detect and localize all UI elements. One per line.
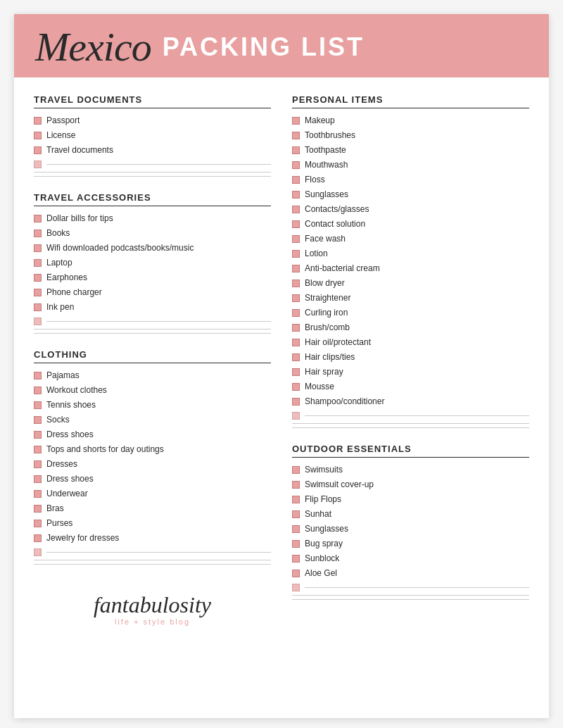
checkbox-icon[interactable] xyxy=(292,191,300,199)
checkbox-icon[interactable] xyxy=(292,309,300,317)
list-item: License xyxy=(34,129,271,142)
checkbox-icon[interactable] xyxy=(34,534,42,542)
checkbox-icon[interactable] xyxy=(34,289,42,296)
checkbox-icon[interactable] xyxy=(34,520,42,527)
checkbox-icon[interactable] xyxy=(34,387,42,394)
checkbox-icon[interactable] xyxy=(292,146,300,154)
list-item: Travel documents xyxy=(34,144,271,156)
checkbox-icon[interactable] xyxy=(292,555,300,563)
item-label: Sunhat xyxy=(305,508,331,520)
checkbox-icon[interactable] xyxy=(292,570,300,577)
checkbox-icon[interactable] xyxy=(292,280,300,287)
checkbox-icon[interactable] xyxy=(34,274,42,282)
list-item: Brush/comb xyxy=(292,321,529,334)
list-item: Makeup xyxy=(292,114,529,127)
list-item: Blow dryer xyxy=(292,277,529,289)
checkbox-icon[interactable] xyxy=(34,117,42,125)
checkbox-icon[interactable] xyxy=(34,446,42,453)
item-label: Purses xyxy=(46,517,72,529)
checkbox-icon[interactable] xyxy=(34,303,42,311)
list-item: Mouthwash xyxy=(292,158,529,171)
list-item: Swimsuits xyxy=(292,463,529,476)
checkbox-icon[interactable] xyxy=(34,475,42,483)
list-item: Face wash xyxy=(292,232,529,245)
checkbox-icon[interactable] xyxy=(292,368,300,376)
checkbox-icon[interactable] xyxy=(292,220,300,228)
item-label: Contacts/glasses xyxy=(305,203,369,215)
item-label: Tops and shorts for day outings xyxy=(46,444,164,456)
list-item: Hair oil/protectant xyxy=(292,336,529,349)
checkbox-icon[interactable] xyxy=(34,230,42,237)
item-label: Shampoo/conditioner xyxy=(305,396,384,408)
section-outdoor-essentials: OUTDOOR ESSENTIALS Swimsuits Swimsuit co… xyxy=(292,444,529,600)
checkbox-icon[interactable] xyxy=(292,466,300,474)
checkbox-icon[interactable] xyxy=(292,176,300,184)
list-item: Tennis shoes xyxy=(34,398,271,411)
checkbox-icon[interactable] xyxy=(292,412,300,420)
item-label: Phone charger xyxy=(46,287,102,299)
checkbox-icon[interactable] xyxy=(292,510,300,518)
item-label: Floss xyxy=(305,174,325,186)
checkbox-icon[interactable] xyxy=(292,235,300,243)
item-label: Toothbrushes xyxy=(305,130,355,142)
checkbox-icon[interactable] xyxy=(34,401,42,409)
brand-name: fantabulosity xyxy=(34,593,271,617)
checkbox-icon[interactable] xyxy=(292,132,300,139)
checkbox-icon[interactable] xyxy=(292,353,300,361)
item-label: Mouthwash xyxy=(305,159,348,171)
checkbox-icon[interactable] xyxy=(34,460,42,468)
packing-title: PACKING LIST xyxy=(163,32,365,62)
item-label: Dollar bills for tips xyxy=(46,213,113,225)
list-item: Underwear xyxy=(34,487,271,500)
item-label: Toothpaste xyxy=(305,144,346,156)
checkbox-icon[interactable] xyxy=(292,294,300,302)
checkbox-icon[interactable] xyxy=(292,117,300,125)
list-item: Passport xyxy=(34,114,271,127)
brand-tagline: life + style blog xyxy=(34,617,271,626)
list-item: Pajamas xyxy=(34,369,271,382)
blank-lines xyxy=(34,318,271,334)
checkbox-icon[interactable] xyxy=(34,215,42,222)
checkbox-icon[interactable] xyxy=(292,206,300,213)
list-item: Socks xyxy=(34,413,271,426)
checkbox-icon[interactable] xyxy=(34,431,42,439)
checkbox-icon[interactable] xyxy=(34,318,42,325)
checkbox-icon[interactable] xyxy=(34,146,42,154)
checkbox-icon[interactable] xyxy=(292,525,300,533)
footer: fantabulosity life + style blog xyxy=(34,580,271,640)
item-label: Tennis shoes xyxy=(46,399,96,411)
right-column: PERSONAL ITEMS Makeup Toothbrushes Tooth… xyxy=(292,94,529,640)
checkbox-icon[interactable] xyxy=(292,265,300,272)
blank-lines xyxy=(34,161,271,177)
checkbox-icon[interactable] xyxy=(292,339,300,346)
checkbox-icon[interactable] xyxy=(34,416,42,424)
item-label: Brush/comb xyxy=(305,322,350,334)
checkbox-icon[interactable] xyxy=(34,505,42,513)
checkbox-icon[interactable] xyxy=(34,244,42,252)
checkbox-icon[interactable] xyxy=(292,481,300,489)
checkbox-icon[interactable] xyxy=(292,540,300,548)
item-label: Passport xyxy=(46,115,80,127)
section-personal-items: PERSONAL ITEMS Makeup Toothbrushes Tooth… xyxy=(292,94,529,428)
checkbox-icon[interactable] xyxy=(292,496,300,503)
checkbox-icon[interactable] xyxy=(292,398,300,406)
checkbox-icon[interactable] xyxy=(292,383,300,391)
checkbox-icon[interactable] xyxy=(292,250,300,258)
checkbox-icon[interactable] xyxy=(34,259,42,267)
checkbox-icon[interactable] xyxy=(34,132,42,139)
section-travel-accessories: TRAVEL ACCESSORIES Dollar bills for tips… xyxy=(34,192,271,334)
list-item: Floss xyxy=(292,173,529,186)
checkbox-icon[interactable] xyxy=(292,584,300,591)
item-label: Makeup xyxy=(305,115,335,127)
checkbox-icon[interactable] xyxy=(34,372,42,379)
checkbox-icon[interactable] xyxy=(34,490,42,498)
item-label: Bug spray xyxy=(305,538,343,550)
checkbox-icon[interactable] xyxy=(292,324,300,332)
checkbox-icon[interactable] xyxy=(34,548,42,556)
blank-lines xyxy=(292,412,529,428)
section-title-travel-documents: TRAVEL DOCUMENTS xyxy=(34,94,271,108)
list-item: Anti-bacterial cream xyxy=(292,262,529,275)
item-label: Aloe Gel xyxy=(305,567,337,579)
checkbox-icon[interactable] xyxy=(292,161,300,169)
checkbox-icon[interactable] xyxy=(34,161,42,168)
